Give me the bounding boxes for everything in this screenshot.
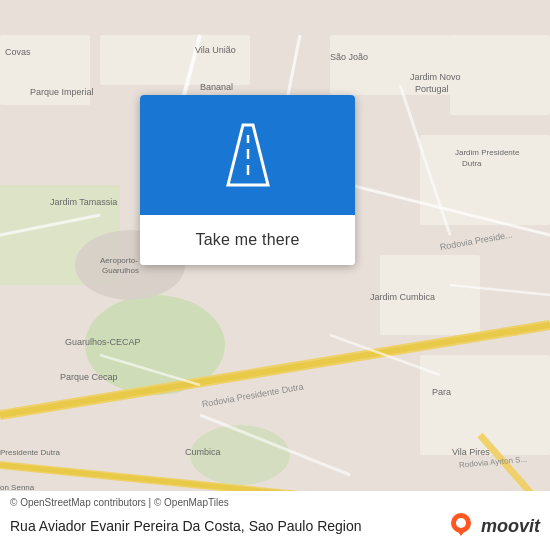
svg-text:Parque Imperial: Parque Imperial: [30, 87, 94, 97]
moovit-brand-text: moovit: [481, 516, 540, 537]
svg-text:Guarulhos: Guarulhos: [102, 266, 139, 275]
svg-text:Vila Pires: Vila Pires: [452, 447, 490, 457]
card-overlay: Take me there: [140, 95, 355, 265]
svg-text:Portugal: Portugal: [415, 84, 449, 94]
svg-text:Jardim Tamassia: Jardim Tamassia: [50, 197, 117, 207]
svg-text:Guarulhos-CECAP: Guarulhos-CECAP: [65, 337, 141, 347]
svg-text:Jardim Novo: Jardim Novo: [410, 72, 461, 82]
svg-text:Covas: Covas: [5, 47, 31, 57]
attribution-text: © OpenStreetMap contributors | © OpenMap…: [10, 497, 540, 508]
svg-text:Vila União: Vila União: [195, 45, 236, 55]
svg-rect-5: [100, 35, 250, 85]
location-row: Rua Aviador Evanir Pereira Da Costa, Sao…: [10, 510, 540, 542]
svg-text:Jardim Cumbica: Jardim Cumbica: [370, 292, 435, 302]
svg-text:Cumbica: Cumbica: [185, 447, 221, 457]
moovit-logo: moovit: [445, 510, 540, 542]
svg-text:Dutra: Dutra: [462, 159, 482, 168]
map-container: Aeroporto- Guarulhos Rodovia Presidente …: [0, 0, 550, 550]
svg-text:Presidente Dutra: Presidente Dutra: [0, 448, 61, 457]
svg-point-54: [456, 518, 466, 528]
map-background: Aeroporto- Guarulhos Rodovia Presidente …: [0, 0, 550, 550]
road-icon: [208, 115, 288, 195]
bottom-bar: © OpenStreetMap contributors | © OpenMap…: [0, 491, 550, 550]
moovit-pin-icon: [445, 510, 477, 542]
take-me-there-button[interactable]: Take me there: [140, 215, 355, 265]
svg-text:Aeroporto-: Aeroporto-: [100, 256, 138, 265]
svg-text:Para: Para: [432, 387, 451, 397]
svg-text:Jardim Presidente: Jardim Presidente: [455, 148, 520, 157]
svg-marker-55: [456, 529, 466, 536]
svg-text:São João: São João: [330, 52, 368, 62]
card-image: [140, 95, 355, 215]
svg-text:Parque Cecap: Parque Cecap: [60, 372, 118, 382]
location-text: Rua Aviador Evanir Pereira Da Costa, Sao…: [10, 518, 445, 534]
svg-text:Bananal: Bananal: [200, 82, 233, 92]
svg-rect-7: [450, 35, 550, 115]
